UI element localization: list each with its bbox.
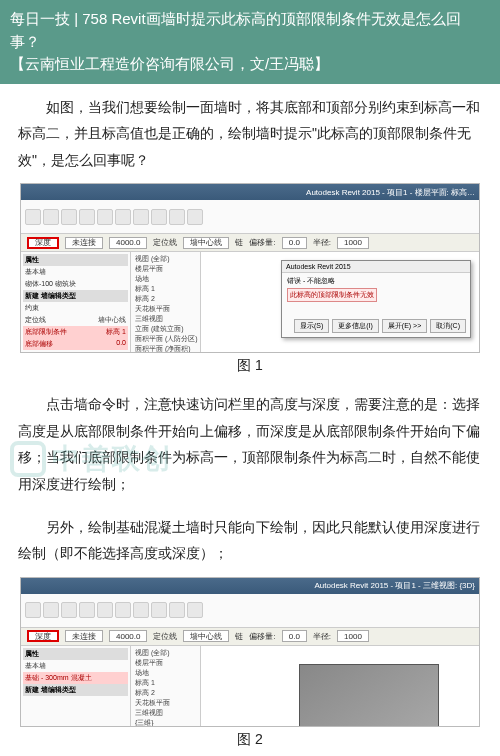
ribbon-button[interactable] — [97, 209, 113, 225]
height-input[interactable]: 4000.0 — [109, 237, 147, 249]
drawing-canvas[interactable] — [201, 646, 479, 726]
grid-header: 新建 墙编辑类型 — [23, 684, 128, 696]
dialog-body: 错误 - 不能忽略 此标高的顶部限制条件无效 — [282, 273, 470, 307]
depth-dropdown[interactable]: 深度 — [27, 237, 59, 249]
paragraph-1: 如图，当我们想要绘制一面墙时，将其底部和顶部分别约束到标高一和标高二，并且标高值… — [0, 84, 500, 180]
error-dialog: Autodesk Revit 2015 错误 - 不能忽略 此标高的顶部限制条件… — [281, 260, 471, 338]
tree-item[interactable]: 标高 2 — [133, 294, 198, 304]
prop-row[interactable]: 定位线墙中心线 — [23, 314, 128, 326]
ribbon-button[interactable] — [25, 602, 41, 618]
expand-button[interactable]: 展开(E) >> — [382, 319, 427, 333]
chain-checkbox-label[interactable]: 链 — [235, 237, 243, 248]
location-dropdown[interactable]: 墙中心线 — [183, 630, 229, 642]
dialog-titlebar: Autodesk Revit 2015 — [282, 261, 470, 273]
ribbon-button[interactable] — [133, 602, 149, 618]
project-browser: 视图 (全部) 楼层平面 场地 标高 1 标高 2 天花板平面 三维视图 {三维… — [131, 646, 201, 726]
article-title: 每日一技 | 758 Revit画墙时提示此标高的顶部限制条件无效是怎么回事？ — [10, 8, 490, 53]
ribbon-button[interactable] — [43, 209, 59, 225]
tree-item[interactable]: 视图 (全部) — [133, 648, 198, 658]
properties-panel: 属性 基本墙 基础 - 300mm 混凝土 新建 墙编辑类型 — [21, 646, 131, 726]
cancel-button[interactable]: 取消(C) — [430, 319, 466, 333]
document-page: 每日一技 | 758 Revit画墙时提示此标高的顶部限制条件无效是怎么回事？ … — [0, 0, 500, 749]
grid-header: 新建 墙编辑类型 — [23, 290, 128, 302]
offset-label: 偏移量: — [249, 237, 275, 248]
tree-item[interactable]: 标高 1 — [133, 284, 198, 294]
ribbon-button[interactable] — [115, 602, 131, 618]
properties-header: 属性 — [23, 648, 128, 660]
tree-item[interactable]: 三维视图 — [133, 314, 198, 324]
ribbon-button[interactable] — [151, 209, 167, 225]
ribbon-button[interactable] — [133, 209, 149, 225]
tree-item[interactable]: 标高 2 — [133, 688, 198, 698]
ribbon-button[interactable] — [187, 209, 203, 225]
location-label: 定位线 — [153, 631, 177, 642]
figure-1-screenshot: Autodesk Revit 2015 - 项目1 - 楼层平面: 标高… 深度… — [20, 183, 480, 353]
radius-label: 半径: — [313, 237, 331, 248]
offset-input[interactable]: 0.0 — [282, 237, 307, 249]
main-area: 属性 基本墙 砌体-100 砌筑块 新建 墙编辑类型 约束 定位线墙中心线 底部… — [21, 252, 479, 352]
tree-item[interactable]: 场地 — [133, 668, 198, 678]
tree-item[interactable]: 面积平面 (净面积) — [133, 344, 198, 353]
depth-dropdown[interactable]: 深度 — [27, 630, 59, 642]
ribbon-button[interactable] — [79, 209, 95, 225]
tree-item[interactable]: 楼层平面 — [133, 658, 198, 668]
error-message: 此标高的顶部限制条件无效 — [287, 288, 377, 302]
tree-item[interactable]: 楼层平面 — [133, 264, 198, 274]
ribbon-button[interactable] — [97, 602, 113, 618]
location-label: 定位线 — [153, 237, 177, 248]
ribbon-button[interactable] — [187, 602, 203, 618]
tree-item[interactable]: 面积平面 (人防分区) — [133, 334, 198, 344]
height-input[interactable]: 4000.0 — [109, 630, 147, 642]
tree-item[interactable]: {三维} — [133, 718, 198, 727]
ribbon-button[interactable] — [79, 602, 95, 618]
show-button[interactable]: 显示(S) — [294, 319, 329, 333]
ribbon-button[interactable] — [61, 602, 77, 618]
location-dropdown[interactable]: 墙中心线 — [183, 237, 229, 249]
tree-item[interactable]: 立面 (建筑立面) — [133, 324, 198, 334]
ribbon-toolbar — [21, 594, 479, 628]
ribbon-button[interactable] — [169, 209, 185, 225]
ribbon-button[interactable] — [43, 602, 59, 618]
radius-input[interactable]: 1000 — [337, 237, 369, 249]
article-header: 每日一技 | 758 Revit画墙时提示此标高的顶部限制条件无效是怎么回事？ … — [0, 0, 500, 84]
ribbon-button[interactable] — [25, 209, 41, 225]
properties-header: 属性 — [23, 254, 128, 266]
paragraph-3: 另外，绘制基础混凝土墙时只能向下绘制，因此只能默认使用深度进行绘制（即不能选择高… — [0, 504, 500, 573]
chain-checkbox-label[interactable]: 链 — [235, 631, 243, 642]
wall-subtype-row: 基础 - 300mm 混凝土 — [23, 672, 128, 684]
main-area: 属性 基本墙 基础 - 300mm 混凝土 新建 墙编辑类型 视图 (全部) 楼… — [21, 646, 479, 726]
ribbon-button[interactable] — [151, 602, 167, 618]
tree-item[interactable]: 场地 — [133, 274, 198, 284]
tree-item[interactable]: 视图 (全部) — [133, 254, 198, 264]
project-browser: 视图 (全部) 楼层平面 场地 标高 1 标高 2 天花板平面 三维视图 立面 … — [131, 252, 201, 352]
wall-type-row: 基本墙 — [23, 266, 128, 278]
options-bar: 深度 未连接 4000.0 定位线 墙中心线 链 偏移量: 0.0 半径: 10… — [21, 628, 479, 646]
tree-item[interactable]: 标高 1 — [133, 678, 198, 688]
tree-item[interactable]: 天花板平面 — [133, 304, 198, 314]
article-byline: 【云南恒业工程造价咨询有限公司，文/王冯聪】 — [10, 53, 490, 76]
offset-input[interactable]: 0.0 — [282, 630, 307, 642]
constraint-dropdown[interactable]: 未连接 — [65, 237, 103, 249]
ribbon-button[interactable] — [115, 209, 131, 225]
wall-subtype-row: 砌体-100 砌筑块 — [23, 278, 128, 290]
radius-label: 半径: — [313, 631, 331, 642]
prop-row[interactable]: 约束 — [23, 302, 128, 314]
offset-label: 偏移量: — [249, 631, 275, 642]
prop-row-base-constraint[interactable]: 底部限制条件标高 1 — [23, 326, 128, 338]
prop-row[interactable]: 已附着底部 — [23, 350, 128, 352]
tree-item[interactable]: 三维视图 — [133, 708, 198, 718]
ribbon-button[interactable] — [169, 602, 185, 618]
tree-item[interactable]: 天花板平面 — [133, 698, 198, 708]
app-title-text: Autodesk Revit 2015 - 项目1 - 楼层平面: 标高… — [306, 187, 475, 198]
constraint-dropdown[interactable]: 未连接 — [65, 630, 103, 642]
radius-input[interactable]: 1000 — [337, 630, 369, 642]
wall-type-row: 基本墙 — [23, 660, 128, 672]
properties-panel: 属性 基本墙 砌体-100 砌筑块 新建 墙编辑类型 约束 定位线墙中心线 底部… — [21, 252, 131, 352]
ribbon-button[interactable] — [61, 209, 77, 225]
more-info-button[interactable]: 更多信息(I) — [332, 319, 379, 333]
ribbon-toolbar — [21, 200, 479, 234]
figure-1-caption: 图 1 — [0, 357, 500, 375]
app-title-text: Autodesk Revit 2015 - 项目1 - 三维视图: {3D} — [314, 580, 475, 591]
drawing-canvas[interactable]: Autodesk Revit 2015 错误 - 不能忽略 此标高的顶部限制条件… — [201, 252, 479, 352]
prop-row-base-offset[interactable]: 底部偏移0.0 — [23, 338, 128, 350]
